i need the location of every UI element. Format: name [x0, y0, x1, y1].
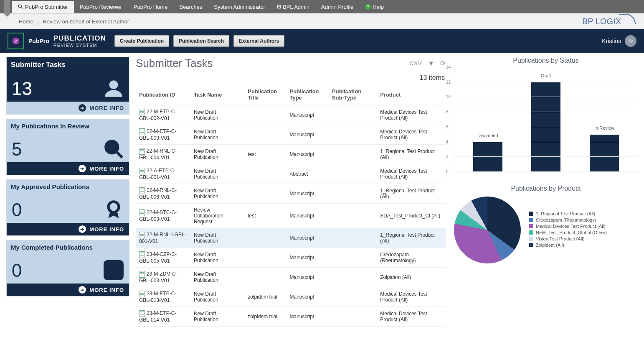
more-info-button[interactable]: ➔MORE INFO [7, 223, 129, 235]
grid-line: 8 [454, 112, 638, 112]
bookmark-ribbon [4, 0, 10, 17]
cell-product: 1_Regional Test Product (All) [377, 184, 446, 204]
side-card: Submitter Tasks13➔MORE INFO [6, 57, 129, 115]
grid-line: 10 [454, 97, 638, 97]
bar-label: In Review [594, 125, 614, 130]
top-tab[interactable]: Searches [173, 1, 208, 13]
document-icon [139, 232, 145, 238]
cell-subtype [329, 204, 377, 228]
cell-type: Abstract [286, 164, 329, 184]
top-tab[interactable]: PubPro Submitter [12, 1, 74, 13]
arrow-right-icon: ➔ [79, 225, 86, 233]
cell-pub-id: 22-M-RNL-I-GBL-001-V01 [136, 228, 190, 248]
breadcrumb-home[interactable]: Home [19, 18, 33, 25]
cell-title [244, 268, 286, 287]
table-row[interactable]: 22-M-STC-C-GBL-003-V01Review Collaborati… [136, 204, 446, 228]
header-button[interactable]: Create Publication [114, 35, 169, 47]
svg-line-1 [21, 8, 23, 9]
document-icon [139, 128, 145, 135]
table-row[interactable]: 22-M-RNL-I-GBL-001-V01New Draft Publicat… [136, 228, 446, 248]
top-tab[interactable]: Admin Profile [315, 1, 359, 13]
table-row[interactable]: 22-M-ETP-C-GBL-003-V01New Draft Publicat… [136, 125, 446, 145]
more-info-button[interactable]: ➔MORE INFO [7, 102, 129, 114]
search-icon [103, 138, 124, 161]
more-info-button[interactable]: ➔MORE INFO [7, 162, 129, 175]
breadcrumb-bar: Home | Review on behalf of External Auth… [0, 13, 644, 29]
pie-chart-wrap: 1_Regional Test Product (All)Credozapam … [454, 197, 638, 263]
card-count: 0 [12, 260, 22, 281]
avatar[interactable]: Kr [625, 35, 636, 47]
column-header[interactable]: Publication Sub-Type [329, 84, 377, 105]
column-header[interactable]: Publication Title [244, 84, 286, 105]
cell-subtype [329, 228, 377, 248]
top-tab[interactable]: PubPro Home [128, 1, 174, 13]
tab-label: PubPro Submitter [25, 4, 68, 10]
table-row[interactable]: 23-M-ETP-C-GBL-013-V01New Draft Publicat… [136, 287, 446, 307]
card-title: My Completed Publications [7, 240, 129, 254]
document-icon [139, 291, 145, 297]
header-button[interactable]: Publication Search [173, 35, 229, 47]
column-header[interactable]: Product [377, 84, 446, 105]
user-block[interactable]: Kristina Kr [602, 35, 636, 47]
legend-label: Credozapam (Rheumatology) [536, 217, 596, 222]
pie-chart-title: Publications by Product [454, 185, 638, 192]
side-card: My Publications In Review5➔MORE INFO [6, 119, 129, 175]
table-row[interactable]: 22-M-RNL-C-GBL-006-V01New Draft Publicat… [136, 184, 446, 204]
cell-pub-id: 23-M-ZDM-C-GBL-003-V01 [136, 268, 190, 287]
cell-title [244, 164, 286, 184]
more-info-label: MORE INFO [89, 105, 124, 111]
cell-subtype [329, 145, 377, 164]
column-header[interactable]: Publication ID [136, 84, 190, 105]
export-csv-button[interactable]: CSV [409, 60, 422, 66]
cell-subtype [329, 268, 377, 287]
cell-task: New Draft Publication [190, 145, 244, 164]
top-tab[interactable]: System Administrator [208, 1, 271, 13]
cell-type: Manuscript [286, 125, 329, 145]
column-header[interactable]: Task Name [190, 84, 244, 105]
cell-subtype [329, 248, 377, 268]
legend-swatch [529, 218, 533, 222]
document-icon [139, 168, 145, 174]
legend-item: Medical Devices Test Product (All) [529, 224, 607, 229]
table-row[interactable]: 22-A-ETP-C-GBL-001-V01New Draft Publicat… [136, 164, 446, 184]
table-row[interactable]: 23-M-ZDM-C-GBL-003-V01New Draft Publicat… [136, 268, 446, 287]
y-tick: 6 [446, 125, 449, 129]
table-row[interactable]: 22-M-RNL-C-GBL-004-V01New Draft Publicat… [136, 145, 446, 164]
document-icon [139, 109, 145, 115]
document-icon [139, 310, 145, 317]
card-count: 5 [12, 139, 22, 160]
legend-label: Medical Devices Test Product (All) [536, 224, 606, 229]
legend-label: Vision Test Product (All) [536, 236, 584, 241]
cell-task: New Draft Publication [190, 268, 244, 287]
header-button[interactable]: External Authors [233, 35, 284, 47]
bp-logix-text: BP LOGIX [582, 17, 621, 26]
cell-pub-id: 22-M-RNL-C-GBL-004-V01 [136, 145, 190, 164]
cell-pub-id: 22-M-STC-C-GBL-003-V01 [136, 204, 190, 228]
bar-column: Draft [523, 82, 569, 172]
cell-pub-id: 22-M-RNL-C-GBL-006-V01 [136, 184, 190, 204]
more-info-button[interactable]: ➔MORE INFO [7, 284, 129, 296]
y-tick: 10 [446, 95, 451, 99]
grid-line: 14 [454, 67, 638, 67]
grid-icon: ⊞ [277, 4, 281, 10]
table-row[interactable]: 23-M-CZP-C-GBL-005-V01New Draft Publicat… [136, 248, 446, 268]
cell-task: New Draft Publication [190, 184, 244, 204]
top-tab[interactable]: PubPro Reviewer [74, 1, 128, 13]
cell-title: zolpidem trial [244, 307, 286, 327]
top-tab[interactable]: ?Help [359, 1, 390, 13]
legend-label: NFM_Test_Product_Global (Other) [536, 230, 607, 235]
bar [531, 82, 560, 172]
filter-icon[interactable]: ▼ [428, 60, 434, 67]
table-row[interactable]: 22-M-ETP-C-GBL-002-V01New Draft Publicat… [136, 105, 446, 125]
top-tab[interactable]: ⊞BPL Admin [271, 1, 315, 13]
pie-chart [454, 197, 521, 263]
bar-label: Discarded [477, 133, 498, 138]
bar-label: Draft [541, 73, 551, 78]
refresh-icon[interactable]: ⟳ [440, 59, 446, 67]
column-header[interactable]: Publication Type [286, 84, 329, 105]
cell-task: New Draft Publication [190, 248, 244, 268]
table-row[interactable]: 23-M-ETP-C-GBL-014-V01New Draft Publicat… [136, 307, 446, 327]
cell-product: Medical Devices Test Product (All) [377, 125, 446, 145]
card-body: 5 [7, 133, 129, 162]
search-icon [18, 4, 23, 10]
